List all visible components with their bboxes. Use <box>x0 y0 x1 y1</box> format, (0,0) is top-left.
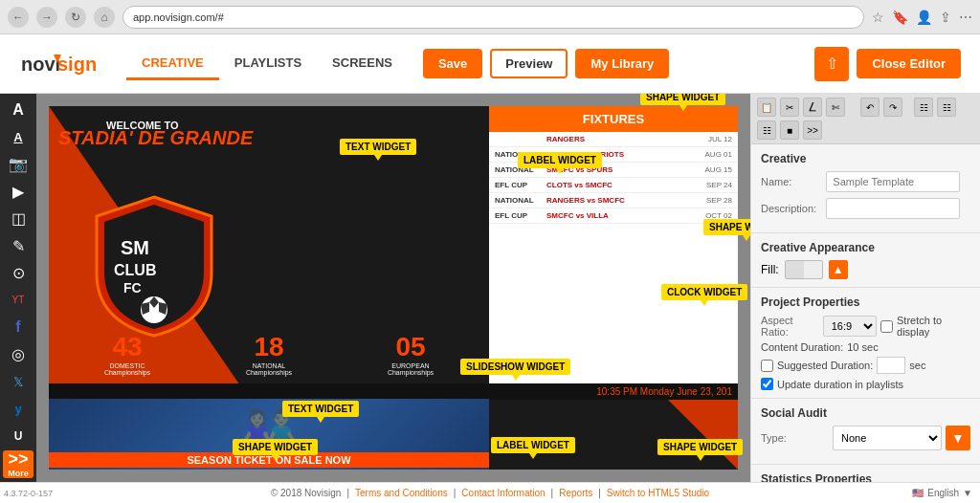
aspect-label: Aspect Ratio: <box>761 315 819 338</box>
terms-link[interactable]: Terms and Conditions <box>355 488 448 498</box>
text-format-icon[interactable]: A <box>3 124 33 149</box>
footer: © 2018 Novisign | Terms and Conditions |… <box>0 482 980 503</box>
desc-input[interactable] <box>826 198 960 219</box>
shape-widget-label-top: SHAPE WIDGET <box>640 94 725 105</box>
nav-forward-button[interactable]: → <box>36 7 57 28</box>
text-widget-label-bot: TEXT WIDGET <box>282 401 359 417</box>
flag-icon: 🇺🇸 <box>912 488 924 498</box>
twitter-icon[interactable]: 𝕏 <box>3 369 33 394</box>
facebook-icon[interactable]: f <box>3 315 33 339</box>
aspect-row: Aspect Ratio: 16:9 4:3 9:16 Stretch to d… <box>761 315 970 338</box>
save-button[interactable]: Save <box>423 49 482 78</box>
contact-link[interactable]: Contact Information <box>461 488 545 498</box>
panel-tool-2[interactable]: ✂ <box>780 98 799 117</box>
panel-tool-align3[interactable]: ☷ <box>757 120 776 140</box>
share-icon[interactable]: ⇪ <box>940 10 951 25</box>
text-a-icon[interactable]: A <box>3 98 33 122</box>
url-bar[interactable]: app.novisign.com/# <box>122 6 864 29</box>
name-label: Name: <box>761 176 823 187</box>
tab-playlists[interactable]: PLAYLISTS <box>219 48 317 80</box>
upload-button[interactable]: ⇧ <box>814 47 849 81</box>
appearance-section-title: Creative Appearance <box>761 241 970 254</box>
main-content: A A 📷 ▶ ◫ ✎ ⊙ YT f ◎ 𝕏 y U >> More WELCO… <box>0 94 980 482</box>
panel-tool-expand[interactable]: ■ <box>780 120 799 140</box>
stadium-name-text: STADIA' DE GRANDE <box>58 127 253 149</box>
creative-section-title: Creative <box>761 152 970 165</box>
lang-chevron-icon[interactable]: ▼ <box>963 488 972 498</box>
tab-creative[interactable]: CREATIVE <box>126 48 219 80</box>
text-widget-label-top: TEXT WIDGET <box>340 139 416 155</box>
image-icon[interactable]: 📷 <box>3 152 33 177</box>
url-icon[interactable]: U <box>3 424 33 448</box>
type-select[interactable]: None <box>833 426 942 450</box>
fixture-row-0: RANGERS JUL 12 <box>489 132 738 147</box>
nav-refresh-button[interactable]: ↻ <box>65 7 86 28</box>
logo-svg: novi sign <box>19 50 96 78</box>
my-library-button[interactable]: My Library <box>575 49 669 78</box>
preview-button[interactable]: Preview <box>490 49 568 78</box>
header-right: ⇧ Close Editor <box>814 47 961 81</box>
panel-tool-undo[interactable]: ↶ <box>860 98 880 117</box>
panel-tool-3[interactable]: ⎳ <box>803 98 822 117</box>
suggested-checkbox[interactable] <box>761 360 773 372</box>
type-label: Type: <box>761 432 823 444</box>
nav-home-button[interactable]: ⌂ <box>94 7 115 28</box>
aspect-select[interactable]: 16:9 4:3 9:16 <box>823 316 877 337</box>
tab-screens[interactable]: SCREENS <box>317 48 408 80</box>
panel-statistics-section: Statistics Properties Collect statistics… <box>751 465 980 482</box>
content-duration-label: Content Duration: <box>761 341 843 353</box>
fixtures-panel: FIXTURES RANGERS JUL 12 NATIONAL SMCFC v… <box>489 106 738 383</box>
youtube-icon[interactable]: YT <box>3 288 33 313</box>
panel-appearance-section: Creative Appearance Fill: ▲ <box>751 233 980 288</box>
bookmark-icon[interactable]: 🔖 <box>892 10 908 25</box>
draw-icon[interactable]: ✎ <box>3 233 33 258</box>
fill-button[interactable]: ▲ <box>829 260 848 279</box>
canvas-content[interactable]: WELCOME TO STADIA' DE GRANDE SM CLUB FC <box>49 106 738 470</box>
instagram-icon[interactable]: ◎ <box>3 342 33 367</box>
shape-widget-label-left: SHAPE WIDGET <box>233 439 318 455</box>
rss-icon[interactable]: ⊙ <box>3 260 33 285</box>
more-icon[interactable]: ⋯ <box>959 10 972 25</box>
widget-toolbar: A A 📷 ▶ ◫ ✎ ⊙ YT f ◎ 𝕏 y U >> More <box>0 94 36 482</box>
reports-link[interactable]: Reports <box>559 488 592 498</box>
panel-tool-1[interactable]: 📋 <box>757 98 776 117</box>
profile-icon[interactable]: 👤 <box>916 10 932 25</box>
social-section-title: Social Audit <box>761 406 970 420</box>
name-input[interactable] <box>826 171 960 192</box>
panel-tool-cut[interactable]: ✄ <box>826 98 845 117</box>
panel-tool-more2[interactable]: >> <box>803 120 822 140</box>
update-playlists-checkbox[interactable] <box>761 378 773 390</box>
video-icon[interactable]: ▶ <box>3 179 33 204</box>
more-button[interactable]: >> More <box>3 450 33 478</box>
panel-tool-align[interactable]: ☷ <box>914 98 933 117</box>
stat-european: 05 EUROPEANChampionships <box>388 332 434 376</box>
star-icon[interactable]: ☆ <box>872 10 884 25</box>
header-left: novi sign CREATIVE PLAYLISTS SCREENS <box>19 48 408 80</box>
fixtures-table: RANGERS JUL 12 NATIONAL SMCFC vs PATRIOT… <box>489 132 738 224</box>
fixture-row-3: EFL CUP CLOTS vs SMCFC SEP 24 <box>489 178 738 193</box>
switch-html5-link[interactable]: Switch to HTML5 Studio <box>607 488 709 498</box>
stretch-label: Stretch to display <box>897 315 970 338</box>
content-duration-value: 10 sec <box>847 341 878 353</box>
stats-bar: 43 DOMESTICChampionships 18 NATIONALCham… <box>49 324 489 383</box>
fill-swatch[interactable] <box>785 260 823 279</box>
browser-actions: ☆ 🔖 👤 ⇪ ⋯ <box>872 10 972 25</box>
label-widget-label-bot: LABEL WIDGET <box>491 437 575 453</box>
language-selector: 🇺🇸 English ▼ <box>912 488 972 498</box>
suggested-unit: sec <box>909 360 925 371</box>
type-select-btn[interactable]: ▼ <box>946 426 970 450</box>
shape-widget-label-mid: SHAPE WIDGET <box>703 219 750 235</box>
suggested-input[interactable] <box>877 357 905 374</box>
browser-bar: ← → ↻ ⌂ app.novisign.com/# ☆ 🔖 👤 ⇪ ⋯ <box>0 0 980 34</box>
suggested-label: Suggested Duration: <box>777 360 873 371</box>
close-editor-button[interactable]: Close Editor <box>857 49 961 78</box>
version-badge: 4.3.72-0-157 <box>4 489 53 498</box>
stretch-checkbox[interactable] <box>880 320 893 333</box>
nav-back-button[interactable]: ← <box>8 7 29 28</box>
yammer-icon[interactable]: y <box>3 396 33 421</box>
widget-grid-icon[interactable]: ◫ <box>3 207 33 231</box>
language-label: English <box>927 488 959 498</box>
panel-tool-redo[interactable]: ↷ <box>883 98 902 117</box>
panel-tool-align2[interactable]: ☷ <box>937 98 956 117</box>
svg-text:sign: sign <box>57 54 96 75</box>
